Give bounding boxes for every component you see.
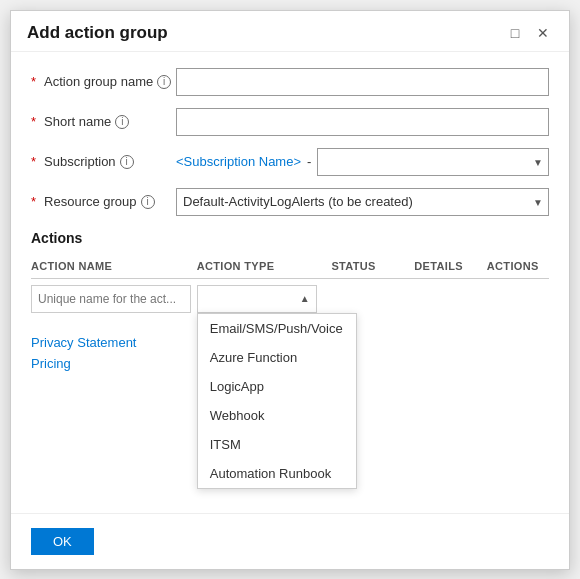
resource-group-info-icon: i [141, 195, 155, 209]
action-name-cell [31, 278, 197, 319]
resource-group-label: * Resource group i [31, 194, 176, 209]
details-cell [414, 278, 487, 319]
subscription-select-wrapper: ▼ [317, 148, 549, 176]
short-name-row: * Short name i [31, 108, 549, 136]
resource-group-row: * Resource group i Default-ActivityLogAl… [31, 188, 549, 216]
short-name-info-icon: i [115, 115, 129, 129]
col-header-status: STATUS [331, 254, 414, 279]
action-type-menu: Email/SMS/Push/Voice Azure Function Logi… [197, 313, 357, 489]
subscription-row: * Subscription i <Subscription Name> - ▼ [31, 148, 549, 176]
action-type-trigger[interactable]: ▲ [197, 285, 317, 313]
subscription-label: * Subscription i [31, 154, 176, 169]
subscription-select[interactable] [317, 148, 549, 176]
action-group-name-row: * Action group name i [31, 68, 549, 96]
add-action-group-dialog: Add action group □ ✕ * Action group name… [10, 10, 570, 570]
action-name-input[interactable] [31, 285, 191, 313]
minimize-button[interactable]: □ [505, 23, 525, 43]
action-type-dropdown: ▲ Email/SMS/Push/Voice Azure Function Lo… [197, 285, 317, 313]
dialog-body: * Action group name i * Short name i * S… [11, 52, 569, 513]
actions-section-title: Actions [31, 230, 549, 246]
action-type-cell: ▲ Email/SMS/Push/Voice Azure Function Lo… [197, 278, 332, 319]
table-header-row: ACTION NAME ACTION TYPE STATUS DETAILS A… [31, 254, 549, 279]
resource-group-select[interactable]: Default-ActivityLogAlerts (to be created… [176, 188, 549, 216]
subscription-info-icon: i [120, 155, 134, 169]
subscription-dash: - [307, 154, 311, 169]
required-star-3: * [31, 154, 36, 169]
dialog-header: Add action group □ ✕ [11, 11, 569, 52]
dialog-footer: OK [11, 513, 569, 569]
resource-group-select-wrapper: Default-ActivityLogAlerts (to be created… [176, 188, 549, 216]
subscription-name-display: <Subscription Name> [176, 154, 301, 169]
col-header-details: DETAILS [414, 254, 487, 279]
actions-cell [487, 278, 549, 319]
col-header-actions: ACTIONS [487, 254, 549, 279]
col-header-action-name: ACTION NAME [31, 254, 197, 279]
short-name-input[interactable] [176, 108, 549, 136]
dialog-title: Add action group [27, 23, 168, 43]
actions-table: ACTION NAME ACTION TYPE STATUS DETAILS A… [31, 254, 549, 319]
close-button[interactable]: ✕ [533, 23, 553, 43]
dropdown-item-logicapp[interactable]: LogicApp [198, 372, 356, 401]
chevron-up-icon: ▲ [300, 293, 310, 304]
dialog-controls: □ ✕ [505, 23, 553, 43]
required-star-2: * [31, 114, 36, 129]
action-group-name-info-icon: i [157, 75, 171, 89]
required-star-4: * [31, 194, 36, 209]
dropdown-item-azure-function[interactable]: Azure Function [198, 343, 356, 372]
pricing-link[interactable]: Pricing [31, 356, 71, 371]
action-group-name-label: * Action group name i [31, 74, 176, 89]
dropdown-item-itsm[interactable]: ITSM [198, 430, 356, 459]
subscription-control-area: <Subscription Name> - ▼ [176, 148, 549, 176]
required-star: * [31, 74, 36, 89]
dropdown-item-email[interactable]: Email/SMS/Push/Voice [198, 314, 356, 343]
ok-button[interactable]: OK [31, 528, 94, 555]
dropdown-item-webhook[interactable]: Webhook [198, 401, 356, 430]
short-name-label: * Short name i [31, 114, 176, 129]
col-header-action-type: ACTION TYPE [197, 254, 332, 279]
privacy-statement-link[interactable]: Privacy Statement [31, 335, 137, 350]
table-row: ▲ Email/SMS/Push/Voice Azure Function Lo… [31, 278, 549, 319]
dropdown-item-automation-runbook[interactable]: Automation Runbook [198, 459, 356, 488]
action-group-name-input[interactable] [176, 68, 549, 96]
